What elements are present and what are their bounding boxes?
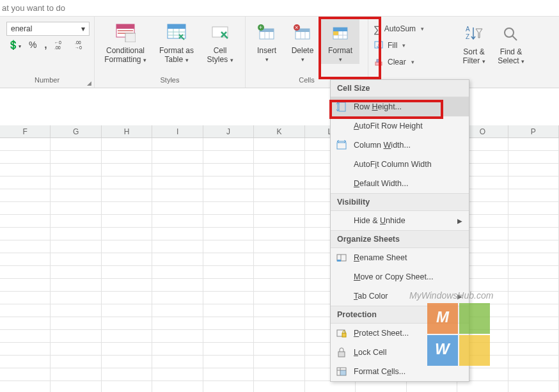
number-dialog-launcher-icon[interactable]: ◢ [87,80,91,86]
delete-button[interactable]: × Delete ▾ [284,19,321,64]
cell[interactable] [508,304,559,317]
percent-button[interactable]: % [29,40,36,50]
grid-row[interactable] [0,368,559,381]
comma-style-button[interactable]: , [44,40,47,50]
cell[interactable] [0,151,51,164]
conditional-formatting-button[interactable]: Conditional Formatting ▾ [98,19,152,65]
cell[interactable] [0,292,51,304]
cell[interactable] [51,330,101,343]
cell[interactable] [152,381,203,392]
tell-me-bar[interactable]: at you want to do [0,0,559,17]
cell[interactable] [152,151,203,164]
cell[interactable] [508,228,559,240]
cell[interactable] [0,266,51,279]
cell[interactable] [508,279,559,292]
cell[interactable] [203,266,254,279]
cell[interactable] [0,189,51,202]
cell[interactable] [407,381,457,392]
cell[interactable] [152,253,203,266]
grid-row[interactable] [0,381,559,392]
cell[interactable] [0,176,51,189]
cell[interactable] [508,189,559,202]
cell[interactable] [51,164,101,176]
menu-protect-sheet[interactable]: Protect Sheet... [331,324,469,343]
cell[interactable] [152,240,203,253]
cell[interactable] [254,356,304,368]
cell[interactable] [254,189,304,202]
cell[interactable] [0,368,51,381]
cell[interactable] [203,356,254,368]
increase-decimal-button[interactable]: ←0.00 [54,40,67,50]
cell[interactable] [508,253,559,266]
cell[interactable] [152,202,203,215]
cell[interactable] [51,240,101,253]
cell[interactable] [0,215,51,228]
cell[interactable] [203,202,254,215]
cell[interactable] [508,202,559,215]
cell[interactable] [203,151,254,164]
clear-button[interactable]: Clear▾ [374,55,453,69]
cell[interactable] [457,381,508,392]
cell[interactable] [152,176,203,189]
number-format-select[interactable]: eneral ▾ [6,22,90,36]
cell[interactable] [203,317,254,330]
cell[interactable] [0,202,51,215]
cell[interactable] [51,317,101,330]
cell[interactable] [51,381,101,392]
grid-row[interactable] [0,151,559,164]
cell[interactable] [51,279,101,292]
cell[interactable] [102,317,152,330]
cell[interactable] [254,292,304,304]
cell[interactable] [102,240,152,253]
cell[interactable] [254,164,304,176]
cell[interactable] [102,176,152,189]
cell[interactable] [152,343,203,356]
cell[interactable] [51,356,101,368]
cell[interactable] [254,151,304,164]
cell[interactable] [508,330,559,343]
cell[interactable] [254,253,304,266]
cell[interactable] [508,368,559,381]
cell[interactable] [152,215,203,228]
sort-filter-button[interactable]: AZ Sort & Filter ▾ [455,20,492,66]
cell[interactable] [102,215,152,228]
grid-row[interactable] [0,164,559,176]
cell[interactable] [152,164,203,176]
cell[interactable] [508,317,559,330]
cell[interactable] [254,330,304,343]
format-as-table-button[interactable]: Format as Table ▾ [152,19,201,65]
cell[interactable] [0,228,51,240]
cell[interactable] [0,381,51,392]
cell[interactable] [254,343,304,356]
column-header[interactable]: J [203,125,254,137]
cell[interactable] [254,368,304,381]
cell[interactable] [102,279,152,292]
cell[interactable] [508,240,559,253]
cell[interactable] [102,292,152,304]
grid-row[interactable] [0,356,559,368]
grid-row[interactable] [0,240,559,253]
cell[interactable] [51,266,101,279]
cell[interactable] [102,330,152,343]
format-button[interactable]: Format ▾ [321,19,359,64]
cell[interactable] [102,138,152,151]
cell[interactable] [254,202,304,215]
cell[interactable] [152,304,203,317]
cell[interactable] [152,279,203,292]
cell-styles-button[interactable]: Cell Styles ▾ [201,19,239,65]
cell[interactable] [51,228,101,240]
cell[interactable] [254,176,304,189]
cell[interactable] [254,228,304,240]
menu-lock-cell[interactable]: Lock Cell [331,343,469,362]
cell[interactable] [152,266,203,279]
cell[interactable] [51,292,101,304]
grid-row[interactable] [0,189,559,202]
menu-move-copy[interactable]: Move or Copy Sheet... [331,267,469,286]
cell[interactable] [51,215,101,228]
cell[interactable] [51,253,101,266]
menu-format-cells[interactable]: Format Cells... [331,362,469,381]
cell[interactable] [203,228,254,240]
cell[interactable] [102,343,152,356]
cell[interactable] [203,381,254,392]
cell[interactable] [254,266,304,279]
